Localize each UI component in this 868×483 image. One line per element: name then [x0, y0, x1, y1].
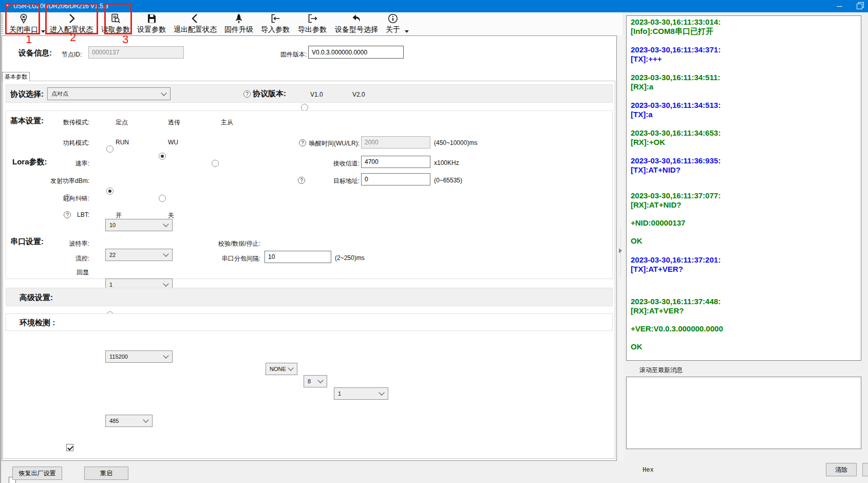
annotation-box-2	[45, 3, 98, 34]
power-run-radio[interactable]	[106, 188, 114, 195]
lbt-label: LBT:	[72, 211, 89, 218]
stopbits-select-value: 1	[338, 391, 341, 397]
data-mode-fixed-radio[interactable]	[106, 145, 114, 153]
annotation-number-2: 2	[70, 31, 76, 44]
log-output[interactable]: 2023-03-30,16:11:33:014: [Info]:COM8串口已打…	[626, 15, 861, 361]
power-run-label: RUN	[116, 139, 129, 146]
chevron-down-icon	[163, 221, 168, 227]
hex-label: Hex	[643, 467, 654, 474]
rate-label: 速率:	[48, 159, 89, 168]
exit-config-label: 退出配置状态	[174, 25, 217, 34]
fec-select-value: 1	[109, 282, 112, 288]
protocol-v1-radio[interactable]	[301, 104, 308, 111]
stopbits-select[interactable]: 1	[334, 387, 388, 400]
exit-config-button[interactable]: 退出配置状态	[172, 13, 219, 35]
restart-button[interactable]: 重启	[84, 467, 128, 480]
log-line: [TX]:AT+VER?	[631, 265, 861, 274]
power-wu-radio[interactable]	[159, 195, 166, 202]
log-line: 2023-03-30,16:11:34:371:	[631, 45, 861, 54]
target-addr-help-icon: ?	[298, 177, 305, 184]
data-mode-fixed-label: 定点	[116, 118, 128, 127]
send-textarea[interactable]	[626, 377, 861, 449]
flow-select[interactable]: 485	[105, 415, 153, 427]
annotation-box-3	[104, 3, 132, 34]
databits-select-value: 8	[308, 378, 311, 384]
packet-interval-field[interactable]: 10	[265, 251, 331, 263]
factory-reset-button[interactable]: 恢复出厂设置	[12, 467, 62, 480]
lbt-help-icon: ?	[64, 211, 71, 218]
parity-label: 校验/数据/停止:	[208, 239, 260, 248]
about-dropdown-arrow[interactable]	[405, 26, 409, 35]
target-addr-hint: (0~65535)	[434, 177, 462, 184]
rx-channel-field[interactable]: 4700	[361, 156, 430, 168]
log-line: [RX]:+OK	[631, 138, 861, 147]
chevron-down-icon	[163, 251, 168, 256]
baud-label: 波特率:	[48, 239, 89, 248]
env-detect-band	[6, 313, 613, 331]
firmware-version-label: 固件版本:	[280, 50, 307, 59]
tx-power-label: 发射功率dBm:	[38, 177, 89, 185]
protocol-version-label: 协议版本:	[253, 89, 286, 99]
wake-time-field[interactable]: 2000	[361, 136, 430, 148]
rocket-up-icon	[233, 13, 244, 24]
protocol-select[interactable]: 点对点	[47, 87, 171, 100]
baud-select[interactable]: 115200	[105, 350, 173, 363]
write-params-button[interactable]: 设置参数	[136, 13, 167, 35]
rate-select-value: 10	[109, 222, 116, 228]
device-model-select-button[interactable]: 设备型号选择	[333, 13, 380, 35]
lora-section-label: Lora参数:	[12, 157, 47, 167]
annotation-number-1: 1	[26, 33, 32, 46]
chevron-down-icon	[405, 30, 409, 33]
restore-icon	[857, 4, 862, 9]
wake-time-label: 唤醒时间(WU/LR):	[308, 139, 360, 148]
import-params-button[interactable]: 导入参数	[259, 13, 291, 35]
data-mode-master-slave-radio[interactable]	[212, 160, 219, 167]
restore-button[interactable]	[851, 0, 868, 12]
echo-label: 回显	[77, 268, 89, 277]
toolbar-gripper[interactable]	[1, 14, 3, 34]
target-addr-label: 目标地址:	[308, 177, 360, 185]
log-line: 2023-03-30,16:11:36:935:	[631, 156, 861, 165]
lbt-off-label: 关	[168, 211, 174, 220]
serial-section-label: 串口设置:	[10, 237, 44, 247]
chevron-left-icon	[190, 13, 201, 24]
serial-dropdown-arrow[interactable]	[41, 26, 45, 35]
rate-select[interactable]: 10	[105, 219, 173, 231]
env-detect-label: 环境检测 :	[20, 318, 55, 328]
log-line: +NID:00000137	[631, 218, 861, 228]
send-button[interactable]: 发送	[862, 463, 868, 476]
target-addr-field[interactable]: 0	[361, 173, 430, 185]
fec-label: 前向纠错:	[56, 194, 89, 203]
node-id-field[interactable]: 00000137	[88, 46, 184, 59]
wake-time-hint: (450~10000)ms	[434, 139, 477, 146]
tx-power-select[interactable]: 22	[105, 249, 173, 261]
minimize-button[interactable]	[828, 0, 851, 12]
log-line: 2023-03-30,16:11:34:511:	[631, 73, 861, 82]
chevron-down-icon	[317, 377, 323, 383]
clear-log-button[interactable]: 清除	[826, 463, 857, 476]
about-button[interactable]: 关于	[383, 13, 403, 35]
chevron-down-icon	[41, 30, 45, 33]
splitter-collapse-arrow-icon[interactable]	[619, 248, 622, 253]
firmware-version-field[interactable]: V0.0.3.000000.0000	[308, 46, 404, 59]
packet-interval-hint: (2~250)ms	[335, 254, 365, 262]
annotation-number-3: 3	[122, 33, 128, 46]
app-window: { "window": { "title": "USR-LG206/DR206/…	[0, 0, 868, 483]
packet-interval-label: 串口分包间隔:	[208, 254, 260, 263]
log-line: +VER:V0.0.3.000000.0000	[631, 324, 861, 333]
import-arrow-icon	[270, 13, 281, 24]
databits-select[interactable]: 8	[304, 375, 327, 387]
chevron-down-icon	[163, 281, 168, 286]
echo-checkbox[interactable]	[66, 444, 73, 451]
parity-select-value: NONE	[270, 366, 286, 372]
data-mode-transparent-radio[interactable]	[159, 153, 166, 160]
log-line: [TX]:AT+NID?	[631, 165, 861, 175]
firmware-upgrade-button[interactable]: 固件升级	[223, 13, 255, 35]
export-params-button[interactable]: 导出参数	[296, 13, 328, 35]
log-line: 2023-03-30,16:11:37:448:	[631, 297, 861, 306]
wake-time-help-icon: ?	[299, 139, 306, 146]
tab-basic-params[interactable]: 基本参数	[2, 72, 30, 81]
log-line: 2023-03-30,16:11:33:014:	[631, 17, 861, 27]
tx-power-select-value: 22	[109, 252, 116, 258]
parity-select[interactable]: NONE	[266, 363, 297, 375]
